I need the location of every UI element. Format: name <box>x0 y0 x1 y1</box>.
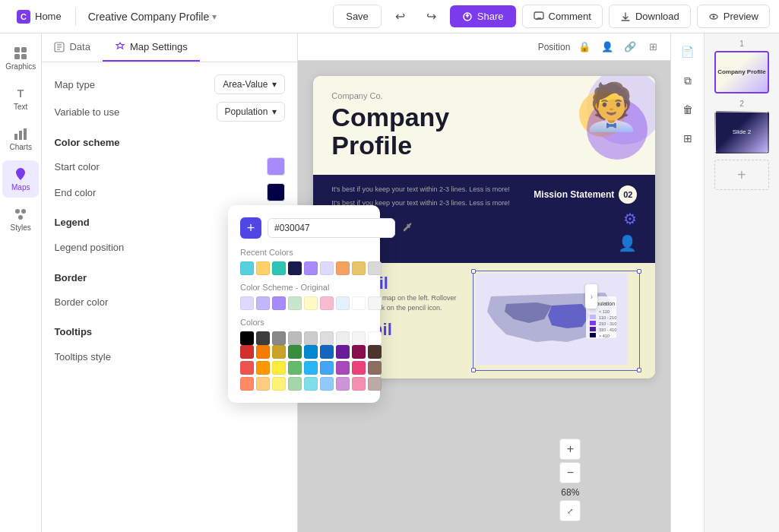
zoom-out-button[interactable]: − <box>559 462 581 483</box>
color-swatch[interactable] <box>288 331 302 345</box>
color-swatch[interactable] <box>336 345 350 359</box>
color-swatch[interactable] <box>368 377 382 391</box>
color-swatch[interactable] <box>240 361 254 375</box>
color-swatch[interactable] <box>320 361 334 375</box>
download-button[interactable]: Download <box>609 5 691 28</box>
color-swatch[interactable] <box>320 331 334 345</box>
chevron-down-icon: ▾ <box>212 11 217 22</box>
color-swatch[interactable] <box>272 361 286 375</box>
color-swatch[interactable] <box>256 377 270 391</box>
home-button[interactable]: C Home <box>9 5 69 28</box>
color-swatch[interactable] <box>272 377 286 391</box>
preview-button[interactable]: Preview <box>697 5 770 28</box>
grid-icon[interactable]: ⊞ <box>644 39 661 55</box>
color-swatch[interactable] <box>336 261 350 275</box>
home-label: Home <box>35 11 62 22</box>
page-thumbnail-1[interactable]: Company Profile <box>714 51 769 93</box>
sidebar-item-charts[interactable]: Charts <box>2 120 39 157</box>
color-swatch[interactable] <box>368 296 382 310</box>
tab-data[interactable]: Data <box>42 33 102 62</box>
map-type-select[interactable]: Area-Value ▾ <box>214 74 285 94</box>
color-swatch[interactable] <box>304 345 318 359</box>
sidebar-item-graphics[interactable]: Graphics <box>2 40 39 77</box>
eyedropper-button[interactable] <box>401 217 413 239</box>
color-swatch[interactable] <box>256 296 270 310</box>
color-picker-add[interactable]: + <box>240 217 261 239</box>
page-thumb-2[interactable]: 2 Slide 2 <box>711 100 772 154</box>
undo-button[interactable]: ↩ <box>388 4 413 29</box>
color-swatch[interactable] <box>272 261 286 275</box>
variable-select[interactable]: Population ▾ <box>217 102 286 122</box>
color-swatch[interactable] <box>320 345 334 359</box>
color-swatch[interactable] <box>352 361 366 375</box>
page-thumb-1[interactable]: 1 Company Profile <box>711 40 772 93</box>
color-swatch[interactable] <box>288 345 302 359</box>
add-page-button[interactable]: + <box>714 160 769 190</box>
end-color-swatch[interactable] <box>267 183 285 201</box>
hex-input[interactable] <box>268 218 395 238</box>
comment-button[interactable]: Comment <box>522 5 603 28</box>
doc-title[interactable]: Creative Company Profile ▾ <box>82 8 223 26</box>
trash-icon[interactable]: 🗑 <box>676 97 700 122</box>
page-thumbnail-2[interactable]: Slide 2 <box>714 111 769 154</box>
zoom-percent: 68% <box>561 487 579 498</box>
fullscreen-button[interactable]: ⤢ <box>559 500 581 521</box>
save-button[interactable]: Save <box>333 5 382 28</box>
charts-label: Charts <box>10 143 32 151</box>
copy-icon[interactable]: ⧉ <box>676 68 700 93</box>
color-swatch[interactable] <box>368 261 382 275</box>
person-icon[interactable]: 👤 <box>599 39 616 55</box>
color-swatch[interactable] <box>256 331 270 345</box>
color-swatch[interactable] <box>304 331 318 345</box>
redo-button[interactable]: ↪ <box>419 4 444 29</box>
sidebar-item-text[interactable]: T Text <box>2 80 39 117</box>
color-swatch[interactable] <box>352 377 366 391</box>
color-swatch[interactable] <box>336 377 350 391</box>
color-swatch[interactable] <box>256 261 270 275</box>
color-swatch[interactable] <box>272 331 286 345</box>
color-swatch[interactable] <box>352 345 366 359</box>
sidebar-item-styles[interactable]: Styles <box>2 201 39 238</box>
color-swatch[interactable] <box>320 261 334 275</box>
duplicate-icon[interactable]: ⊞ <box>676 126 700 150</box>
sidebar-item-maps[interactable]: Maps <box>2 160 39 198</box>
add-page-icon[interactable]: 📄 <box>676 40 700 64</box>
color-swatch[interactable] <box>336 361 350 375</box>
color-swatch[interactable] <box>304 361 318 375</box>
tab-map-settings[interactable]: Map Settings <box>103 33 200 62</box>
color-swatch[interactable] <box>304 261 318 275</box>
color-swatch[interactable] <box>288 296 302 310</box>
color-swatch[interactable] <box>240 296 254 310</box>
color-swatch[interactable] <box>272 296 286 310</box>
color-swatch[interactable] <box>240 261 254 275</box>
color-swatch[interactable] <box>240 331 254 345</box>
color-swatch[interactable] <box>352 261 366 275</box>
color-swatch[interactable] <box>256 361 270 375</box>
color-swatch[interactable] <box>336 296 350 310</box>
color-swatch[interactable] <box>368 331 382 345</box>
color-swatch[interactable] <box>240 345 254 359</box>
expand-panel-button[interactable]: › <box>585 284 597 309</box>
start-color-swatch[interactable] <box>267 157 285 176</box>
color-swatch[interactable] <box>320 296 334 310</box>
color-swatch[interactable] <box>240 377 254 391</box>
color-swatch[interactable] <box>288 361 302 375</box>
color-swatch[interactable] <box>352 331 366 345</box>
lock-icon[interactable]: 🔒 <box>576 39 593 55</box>
link-icon[interactable]: 🔗 <box>622 39 638 55</box>
zoom-in-button[interactable]: + <box>559 439 581 460</box>
color-swatch[interactable] <box>288 261 302 275</box>
graphics-icon <box>13 46 28 61</box>
color-swatch[interactable] <box>352 296 366 310</box>
color-swatch[interactable] <box>272 345 286 359</box>
color-swatch[interactable] <box>304 296 318 310</box>
svg-rect-30 <box>590 327 596 331</box>
color-swatch[interactable] <box>288 377 302 391</box>
share-button[interactable]: Share <box>450 5 516 27</box>
color-swatch[interactable] <box>368 345 382 359</box>
color-swatch[interactable] <box>320 377 334 391</box>
color-swatch[interactable] <box>304 377 318 391</box>
color-swatch[interactable] <box>368 361 382 375</box>
color-swatch[interactable] <box>256 345 270 359</box>
color-swatch[interactable] <box>336 331 350 345</box>
